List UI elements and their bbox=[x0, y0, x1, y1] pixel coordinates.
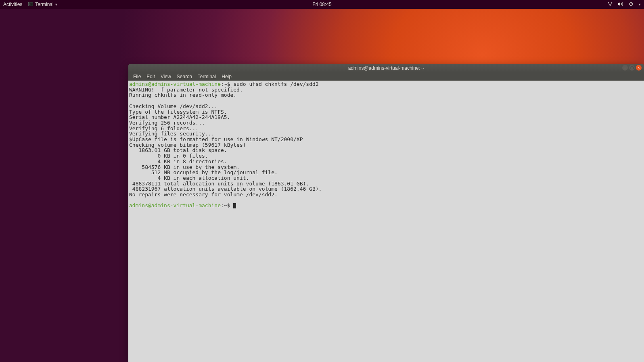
terminal-viewport[interactable]: admins@admins-virtual-machine:~$ sudo uf… bbox=[128, 81, 644, 362]
menu-file[interactable]: File bbox=[131, 73, 143, 80]
maximize-button[interactable]: ▢ bbox=[629, 65, 635, 71]
menu-help[interactable]: Help bbox=[219, 73, 234, 80]
app-menu-label: Terminal bbox=[35, 2, 53, 7]
menu-view[interactable]: View bbox=[158, 73, 174, 80]
menu-search[interactable]: Search bbox=[174, 73, 194, 80]
clock[interactable]: Fri 08:45 bbox=[312, 2, 331, 7]
svg-text:>_: >_ bbox=[29, 3, 32, 5]
power-icon[interactable] bbox=[628, 2, 634, 8]
prompt-user: admins@admins-virtual-machine bbox=[129, 202, 221, 208]
network-icon[interactable] bbox=[607, 2, 613, 8]
window-titlebar[interactable]: admins@admins-virtual-machine: ~ – ▢ × bbox=[128, 64, 644, 73]
minimize-button[interactable]: – bbox=[622, 65, 628, 71]
activities-button[interactable]: Activities bbox=[3, 2, 22, 7]
output-line: Running chkntfs in read-only mode. bbox=[129, 92, 236, 98]
volume-icon[interactable] bbox=[618, 2, 623, 8]
chevron-down-icon: ▾ bbox=[55, 2, 57, 6]
terminal-cursor bbox=[233, 203, 236, 208]
window-controls: – ▢ × bbox=[622, 65, 642, 71]
prompt-symbol: $ bbox=[227, 202, 230, 208]
terminal-window: admins@admins-virtual-machine: ~ – ▢ × F… bbox=[128, 64, 644, 362]
window-title: admins@admins-virtual-machine: ~ bbox=[348, 65, 424, 71]
terminal-app-icon: >_ bbox=[28, 2, 33, 7]
menu-edit[interactable]: Edit bbox=[144, 73, 157, 80]
gnome-topbar: Activities >_ Terminal ▾ Fri 08:45 ▾ bbox=[0, 0, 644, 9]
system-menu-caret-icon[interactable]: ▾ bbox=[639, 2, 641, 6]
app-menu[interactable]: >_ Terminal ▾ bbox=[28, 2, 57, 7]
output-line: No repairs were necessary for volume /de… bbox=[129, 191, 278, 198]
menu-terminal[interactable]: Terminal bbox=[195, 73, 218, 80]
terminal-menubar: File Edit View Search Terminal Help bbox=[128, 73, 644, 81]
prompt-path: ~ bbox=[224, 202, 227, 208]
command-text: sudo ufsd chkntfs /dev/sdd2 bbox=[233, 81, 318, 87]
close-button[interactable]: × bbox=[636, 65, 642, 71]
